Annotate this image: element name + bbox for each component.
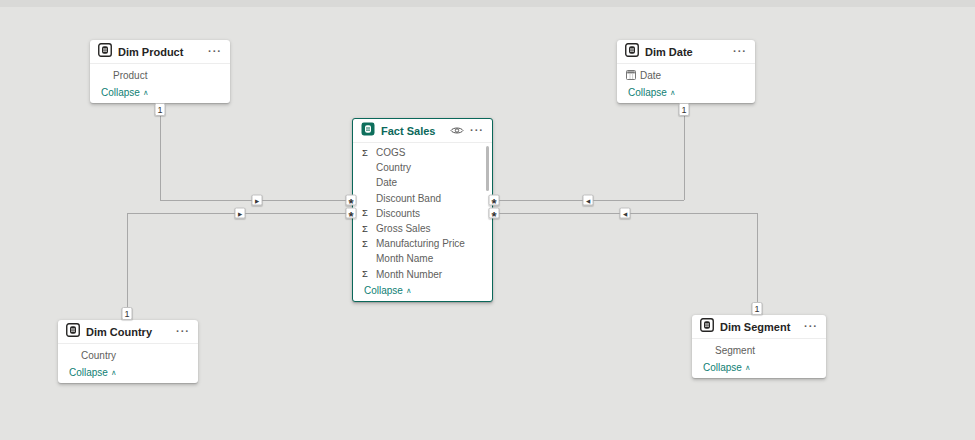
field-name: Manufacturing Price [376,238,465,249]
field-row[interactable]: Σ COGS [353,145,492,160]
table-name: Dim Segment [720,321,790,333]
more-options-icon[interactable]: ··· [176,324,190,339]
field-name: Gross Sales [376,223,430,234]
cross-filter-arrow-icon[interactable]: ▶ [235,208,246,219]
table-card-header[interactable]: Dim Date ··· [617,40,755,64]
field-row[interactable]: Product [90,66,230,84]
window-edge [0,0,975,7]
table-icon [625,43,639,61]
table-card-header[interactable]: Dim Country ··· [58,320,198,344]
field-row[interactable]: Month Name [353,251,492,266]
table-name: Dim Date [645,46,693,58]
collapse-label: Collapse [703,362,742,373]
field-row[interactable]: Σ Discounts [353,206,492,221]
cardinality-many-badge[interactable]: * [346,195,357,206]
table-name: Dim Country [86,326,152,338]
collapse-link[interactable]: Collapse ∧ [353,282,492,301]
field-row[interactable]: Σ Manufacturing Price [353,236,492,251]
field-list: Segment Collapse ∧ [692,339,826,378]
cardinality-many-badge[interactable]: * [346,208,357,219]
sigma-icon: Σ [362,209,368,219]
field-name: Discounts [376,208,420,219]
visibility-eye-icon[interactable] [450,125,464,136]
cross-filter-arrow-icon[interactable]: ◀ [583,195,594,206]
scrollbar-thumb[interactable] [486,146,489,191]
asterisk-glyph: * [491,209,496,224]
more-options-icon[interactable]: ··· [470,123,484,138]
collapse-label: Collapse [69,367,108,378]
table-card-header[interactable]: Dim Product ··· [90,40,230,64]
field-row[interactable]: Date [617,66,755,84]
collapse-label: Collapse [101,87,140,98]
field-row[interactable]: Country [58,346,198,364]
relationship-line-date-fact[interactable] [684,102,685,200]
table-card-dim-segment[interactable]: Dim Segment ··· Segment Collapse ∧ [692,315,826,378]
table-icon [66,323,80,341]
cross-filter-arrow-icon[interactable]: ▶ [252,195,263,206]
cross-filter-arrow-icon[interactable]: ◀ [620,208,631,219]
calendar-icon [626,70,636,80]
cardinality-one-badge[interactable]: 1 [679,103,690,116]
table-name: Fact Sales [381,125,435,137]
sigma-icon: Σ [362,148,368,158]
field-row[interactable]: Σ Gross Sales [353,221,492,236]
field-list: Product Collapse ∧ [90,64,230,103]
chevron-up-icon: ∧ [143,88,149,97]
sigma-icon: Σ [362,269,368,279]
cardinality-many-badge[interactable]: * [489,195,500,206]
relationship-line-segment-fact[interactable] [757,213,758,315]
relationship-line-country-fact[interactable] [127,213,128,320]
collapse-label: Collapse [364,285,403,296]
field-name: Discount Band [376,193,441,204]
field-name: Country [81,350,116,361]
table-name: Dim Product [118,46,183,58]
field-list: Country Collapse ∧ [58,344,198,383]
relationship-line-product-fact[interactable] [160,102,161,200]
collapse-link[interactable]: Collapse ∧ [692,359,826,378]
table-card-dim-date[interactable]: Dim Date ··· Date Collapse ∧ [617,40,755,103]
chevron-up-icon: ∧ [745,363,751,372]
field-name: COGS [376,147,405,158]
sigma-icon: Σ [362,239,368,249]
field-list: Date Collapse ∧ [617,64,755,103]
field-name: Country [376,162,411,173]
field-name: Segment [715,345,755,356]
chevron-up-icon: ∧ [406,286,412,295]
chevron-up-icon: ∧ [111,368,117,377]
more-options-icon[interactable]: ··· [208,44,222,59]
cardinality-many-badge[interactable]: * [489,208,500,219]
field-row[interactable]: Σ Month Number [353,267,492,282]
model-view-canvas[interactable]: Dim Product ··· Product Collapse ∧ Dim D… [0,0,975,440]
collapse-link[interactable]: Collapse ∧ [58,364,198,383]
table-card-dim-product[interactable]: Dim Product ··· Product Collapse ∧ [90,40,230,103]
field-name: Product [113,70,147,81]
collapse-link[interactable]: Collapse ∧ [90,84,230,103]
field-name: Month Name [376,253,433,264]
chevron-up-icon: ∧ [670,88,676,97]
field-list: Σ COGS Country Date Discount Band Σ Disc… [353,143,492,301]
table-icon [700,318,714,336]
field-name: Date [640,70,661,81]
sigma-icon: Σ [362,224,368,234]
table-card-dim-country[interactable]: Dim Country ··· Country Collapse ∧ [58,320,198,383]
asterisk-glyph: * [348,209,353,224]
cardinality-one-badge[interactable]: 1 [122,307,133,320]
field-name: Month Number [376,269,442,280]
table-card-fact-sales[interactable]: Fact Sales ··· Σ COGS Country Date Disco… [352,118,493,302]
field-row[interactable]: Discount Band [353,191,492,206]
more-options-icon[interactable]: ··· [804,319,818,334]
table-card-header[interactable]: Fact Sales ··· [353,119,492,143]
table-icon [361,122,375,140]
field-row[interactable]: Country [353,160,492,175]
more-options-icon[interactable]: ··· [733,44,747,59]
collapse-label: Collapse [628,87,667,98]
table-icon [98,43,112,61]
collapse-link[interactable]: Collapse ∧ [617,84,755,103]
field-row[interactable]: Date [353,175,492,190]
field-name: Date [376,177,397,188]
cardinality-one-badge[interactable]: 1 [752,302,763,315]
table-card-header[interactable]: Dim Segment ··· [692,315,826,339]
field-row[interactable]: Segment [692,341,826,359]
cardinality-one-badge[interactable]: 1 [155,103,166,116]
